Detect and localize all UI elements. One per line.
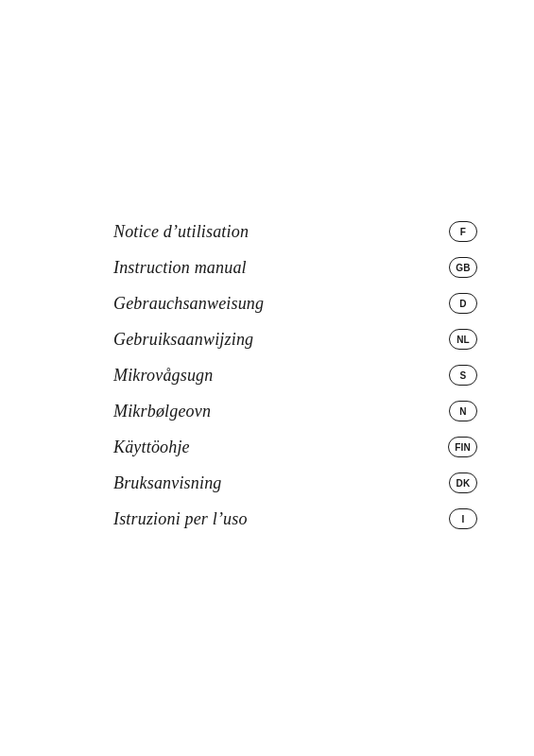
list-item: BruksanvisningDK	[113, 472, 477, 493]
item-label: Gebrauchsanweisung	[113, 294, 264, 314]
list-item: GebrauchsanweisungD	[113, 293, 477, 314]
list-item: KäyttöohjeFIN	[113, 437, 477, 457]
item-label: Mikrbølgeovn	[113, 402, 211, 421]
item-badge: S	[449, 365, 477, 386]
list-item: MikrovågsugnS	[113, 365, 477, 386]
main-page: Notice d’utilisationFInstruction manualG…	[0, 0, 534, 756]
item-badge: N	[449, 401, 477, 421]
item-badge: I	[449, 508, 477, 529]
item-label: Gebruiksaanwijzing	[113, 330, 253, 350]
item-label: Mikrovågsugn	[113, 366, 213, 386]
list-item: GebruiksaanwijzingNL	[113, 329, 477, 350]
item-badge: FIN	[448, 437, 477, 457]
list-item: MikrbølgeovnN	[113, 401, 477, 421]
list-item: Instruction manualGB	[113, 257, 477, 278]
item-label: Notice d’utilisation	[113, 222, 249, 242]
item-badge: DK	[449, 472, 477, 493]
item-label: Instruction manual	[113, 258, 247, 278]
item-badge: F	[449, 221, 477, 242]
item-badge: D	[449, 293, 477, 314]
item-label: Bruksanvisning	[113, 473, 222, 493]
list-item: Notice d’utilisationF	[113, 221, 477, 242]
item-badge: GB	[449, 257, 477, 278]
item-badge: NL	[449, 329, 477, 350]
list-item: Istruzioni per l’usoI	[113, 508, 477, 529]
item-label: Istruzioni per l’uso	[113, 509, 248, 529]
item-label: Käyttöohje	[113, 438, 190, 457]
